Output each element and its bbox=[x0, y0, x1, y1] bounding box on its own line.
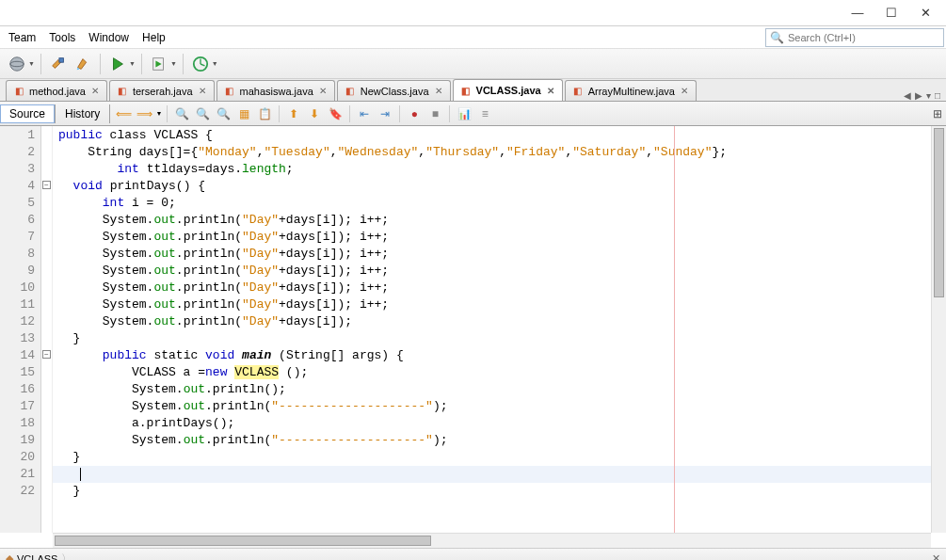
close-button[interactable]: ✕ bbox=[908, 3, 942, 24]
shift-right-icon[interactable]: ⇥ bbox=[376, 104, 394, 123]
fold-toggle-icon[interactable]: − bbox=[42, 181, 51, 189]
close-icon[interactable]: ✕ bbox=[317, 86, 329, 96]
menu-window[interactable]: Window bbox=[82, 28, 136, 47]
find-next-icon[interactable]: 🔍 bbox=[214, 104, 232, 123]
line-number: 12 bbox=[0, 313, 40, 330]
breadcrumb-label[interactable]: VCLASS bbox=[17, 553, 57, 561]
menu-team[interactable]: Team bbox=[2, 28, 42, 47]
dropdown-arrow-icon[interactable]: ▼ bbox=[212, 60, 218, 67]
next-bm-icon[interactable]: ⬇ bbox=[305, 104, 324, 123]
prev-bm-icon[interactable]: ⬆ bbox=[284, 104, 303, 123]
find-sel-icon[interactable]: 🔍 bbox=[172, 104, 191, 123]
dropdown-arrow-icon[interactable]: ▼ bbox=[129, 60, 136, 67]
line-number: 3 bbox=[0, 161, 40, 178]
find-prev-icon[interactable]: 🔍 bbox=[193, 104, 212, 123]
menu-help[interactable]: Help bbox=[136, 28, 172, 47]
separator bbox=[349, 105, 350, 122]
fold-column[interactable]: − − bbox=[41, 126, 53, 533]
line-number: 8 bbox=[0, 246, 40, 263]
view-history-tab[interactable]: History bbox=[56, 104, 110, 123]
java-icon: ◧ bbox=[571, 85, 585, 98]
tab-list-icon[interactable]: ▾ bbox=[926, 90, 931, 101]
globe-icon[interactable] bbox=[6, 53, 28, 75]
menu-tools[interactable]: Tools bbox=[42, 28, 82, 47]
macro-stop-icon[interactable]: ■ bbox=[425, 104, 444, 123]
fold-toggle-icon[interactable]: − bbox=[42, 350, 51, 359]
right-margin bbox=[674, 126, 675, 533]
tab-method[interactable]: ◧method.java✕ bbox=[6, 80, 107, 101]
macro-rec-icon[interactable]: ● bbox=[405, 104, 424, 123]
tab-vclass[interactable]: ◧VCLASS.java✕ bbox=[453, 79, 563, 101]
separator bbox=[183, 54, 184, 74]
editor-toolbar: Source History ⟸ ⟹▼ 🔍 🔍 🔍 ▦ 📋 ⬆ ⬇ 🔖 ⇤ ⇥ … bbox=[0, 102, 946, 126]
tab-mahasiswa[interactable]: ◧mahasiswa.java✕ bbox=[216, 80, 335, 101]
minimize-button[interactable]: — bbox=[841, 3, 874, 24]
tab-label: ArrayMultinew.java bbox=[588, 86, 675, 97]
line-number: 9 bbox=[0, 263, 40, 280]
scroll-thumb[interactable] bbox=[934, 128, 944, 297]
run-icon[interactable] bbox=[106, 53, 129, 75]
dropdown-arrow-icon[interactable]: ▼ bbox=[170, 60, 177, 67]
line-number: 13 bbox=[0, 330, 40, 347]
close-icon[interactable]: ✕ bbox=[545, 86, 556, 96]
close-icon[interactable]: ✕ bbox=[679, 86, 690, 96]
nav-back-icon[interactable]: ⟸ bbox=[114, 104, 133, 123]
comment-icon[interactable]: 📊 bbox=[455, 104, 473, 123]
line-number: 18 bbox=[0, 415, 40, 432]
hammer-icon[interactable] bbox=[47, 53, 70, 75]
profile-icon[interactable] bbox=[189, 53, 212, 75]
toggle-hl-icon[interactable]: ▦ bbox=[234, 104, 253, 123]
java-icon: ◧ bbox=[223, 85, 236, 98]
tab-terserah[interactable]: ◧terserah.java✕ bbox=[109, 80, 215, 101]
tab-label: method.java bbox=[29, 86, 86, 97]
search-box[interactable]: 🔍 bbox=[765, 28, 944, 47]
tab-label: terserah.java bbox=[133, 86, 193, 97]
line-number: 15 bbox=[0, 364, 40, 381]
text-cursor bbox=[80, 468, 81, 481]
java-icon: ◧ bbox=[12, 85, 25, 98]
close-icon[interactable]: ✕ bbox=[197, 86, 208, 96]
line-number: 1 bbox=[0, 127, 40, 144]
line-number: 17 bbox=[0, 398, 40, 415]
clipboard-icon[interactable]: 📋 bbox=[255, 104, 274, 123]
svg-rect-2 bbox=[59, 57, 64, 61]
view-source-tab[interactable]: Source bbox=[0, 104, 56, 123]
shift-left-icon[interactable]: ⇤ bbox=[355, 104, 374, 123]
close-icon[interactable]: ✕ bbox=[89, 86, 101, 96]
line-number: 21 bbox=[0, 466, 40, 483]
line-number: 14 bbox=[0, 347, 40, 364]
line-gutter[interactable]: 1 2 3 4 5 6 7 8 9 10 11 12 13 14 15 16 1… bbox=[0, 126, 41, 533]
line-number: 10 bbox=[0, 280, 40, 296]
window-titlebar: — ☐ ✕ bbox=[0, 0, 946, 26]
editor-max-icon[interactable]: ⊞ bbox=[933, 107, 942, 120]
vertical-scrollbar[interactable] bbox=[931, 126, 946, 533]
tab-controls: ◀ ▶ ▾ □ bbox=[898, 90, 946, 101]
java-icon: ◧ bbox=[344, 85, 357, 98]
nav-fwd-icon[interactable]: ⟹ bbox=[135, 104, 153, 123]
separator bbox=[100, 54, 101, 74]
code-area[interactable]: public class VCLASS { String days[]={"Mo… bbox=[53, 126, 931, 533]
horizontal-scrollbar[interactable] bbox=[53, 533, 931, 548]
line-number: 19 bbox=[0, 432, 40, 449]
debug-icon[interactable] bbox=[148, 53, 170, 75]
tab-next-icon[interactable]: ▶ bbox=[915, 90, 922, 101]
clean-icon[interactable] bbox=[72, 53, 94, 75]
tab-max-icon[interactable]: □ bbox=[935, 90, 940, 101]
tab-prev-icon[interactable]: ◀ bbox=[904, 90, 911, 101]
toggle-bm-icon[interactable]: 🔖 bbox=[326, 104, 345, 123]
breadcrumb-close-icon[interactable]: ✕ bbox=[932, 552, 940, 560]
code-editor[interactable]: 1 2 3 4 5 6 7 8 9 10 11 12 13 14 15 16 1… bbox=[0, 126, 946, 533]
separator bbox=[279, 105, 280, 122]
search-input[interactable] bbox=[788, 32, 938, 43]
tab-newclass[interactable]: ◧NewClass.java✕ bbox=[337, 80, 451, 101]
uncomment-icon[interactable]: ≡ bbox=[475, 104, 494, 123]
main-toolbar: ▼ ▼ ▼ ▼ bbox=[0, 49, 946, 79]
close-icon[interactable]: ✕ bbox=[433, 86, 444, 96]
dropdown-arrow-icon[interactable]: ▼ bbox=[28, 60, 35, 67]
tab-arraymultinew[interactable]: ◧ArrayMultinew.java✕ bbox=[565, 80, 697, 101]
breadcrumb-bar: ◆ VCLASS 〉 ✕ bbox=[0, 548, 946, 560]
java-icon: ◧ bbox=[459, 84, 473, 97]
search-icon: 🔍 bbox=[766, 31, 788, 44]
scroll-thumb[interactable] bbox=[55, 536, 431, 546]
maximize-button[interactable]: ☐ bbox=[874, 3, 908, 24]
